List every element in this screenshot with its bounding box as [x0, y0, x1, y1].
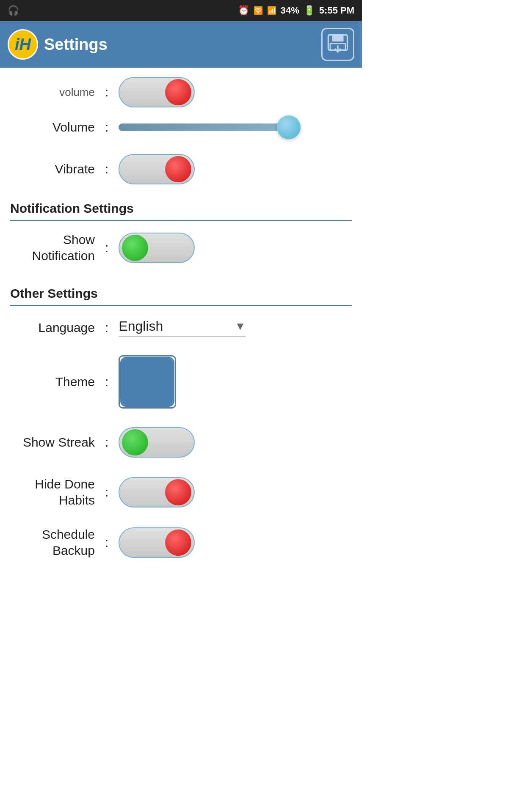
- theme-color-swatch[interactable]: [122, 359, 173, 405]
- volume-slider-wrap[interactable]: [119, 123, 296, 131]
- theme-color-picker[interactable]: [119, 355, 176, 409]
- language-dropdown[interactable]: English ▼: [119, 318, 246, 337]
- hide-done-knob: [165, 479, 191, 505]
- show-notification-row: ShowNotification :: [10, 221, 352, 271]
- show-notification-colon: :: [105, 241, 108, 255]
- volume-label: Volume: [10, 120, 95, 134]
- schedule-backup-colon: :: [105, 535, 108, 550]
- app-header: iH Settings: [0, 21, 362, 68]
- volume-slider-thumb[interactable]: [277, 115, 301, 139]
- headphone-icon: 🎧: [8, 5, 19, 16]
- volume-toggle-knob: [165, 79, 191, 105]
- volume-small-row: volume :: [10, 68, 352, 112]
- show-notification-toggle[interactable]: [119, 233, 195, 263]
- show-streak-colon: :: [105, 435, 108, 450]
- page-title: Settings: [44, 36, 108, 54]
- schedule-backup-knob: [165, 529, 191, 556]
- hide-done-label: Hide DoneHabits: [10, 476, 95, 508]
- vibrate-row: Vibrate :: [10, 142, 352, 192]
- battery-icon: 🔋: [304, 5, 315, 16]
- language-row: Language : English ▼: [10, 306, 352, 344]
- status-left: 🎧: [8, 5, 19, 16]
- save-button[interactable]: [321, 28, 354, 61]
- language-label: Language: [10, 321, 95, 335]
- volume-slider-row: Volume :: [10, 112, 352, 142]
- schedule-backup-row: ScheduleBackup :: [10, 516, 352, 566]
- svg-rect-1: [332, 35, 344, 42]
- vibrate-toggle-knob: [165, 156, 191, 182]
- vibrate-label: Vibrate: [10, 162, 95, 176]
- header-left: iH Settings: [8, 29, 108, 60]
- show-streak-toggle[interactable]: [119, 427, 195, 458]
- show-streak-label: Show Streak: [10, 435, 95, 450]
- status-bar: 🎧 ⏰ 🛜 📶 34% 🔋 5:55 PM: [0, 0, 362, 21]
- save-icon: [326, 33, 349, 56]
- signal-icon: 📶: [267, 6, 276, 15]
- hide-done-colon: :: [105, 485, 108, 499]
- alarm-icon: ⏰: [238, 5, 249, 16]
- status-right: ⏰ 🛜 📶 34% 🔋 5:55 PM: [238, 5, 354, 16]
- settings-content: volume : Volume : Vibrate : Notification…: [0, 68, 362, 566]
- show-notification-knob: [122, 235, 148, 261]
- schedule-backup-toggle[interactable]: [119, 527, 195, 558]
- other-heading: Other Settings: [10, 277, 352, 306]
- theme-row: Theme :: [10, 344, 352, 416]
- schedule-backup-label: ScheduleBackup: [10, 527, 95, 558]
- vibrate-toggle[interactable]: [119, 154, 195, 184]
- hide-done-toggle[interactable]: [119, 477, 195, 508]
- volume-small-label: volume: [10, 86, 95, 99]
- volume-small-colon: :: [105, 85, 108, 99]
- hide-done-row: Hide DoneHabits :: [10, 465, 352, 516]
- show-streak-row: Show Streak :: [10, 416, 352, 465]
- show-streak-knob: [122, 429, 148, 455]
- volume-toggle[interactable]: [119, 77, 195, 107]
- battery-text: 34%: [281, 5, 299, 16]
- theme-colon: :: [105, 375, 108, 389]
- language-colon: :: [105, 321, 108, 335]
- volume-slider-track[interactable]: [119, 123, 296, 131]
- notification-heading: Notification Settings: [10, 192, 352, 221]
- theme-label: Theme: [10, 375, 95, 389]
- vibrate-colon: :: [105, 162, 108, 176]
- time-display: 5:55 PM: [319, 5, 354, 16]
- app-logo: iH: [8, 29, 38, 60]
- wifi-icon: 🛜: [254, 6, 263, 15]
- language-value: English: [119, 318, 230, 334]
- volume-colon: :: [105, 120, 108, 134]
- show-notification-label: ShowNotification: [10, 232, 95, 263]
- chevron-down-icon: ▼: [235, 320, 246, 333]
